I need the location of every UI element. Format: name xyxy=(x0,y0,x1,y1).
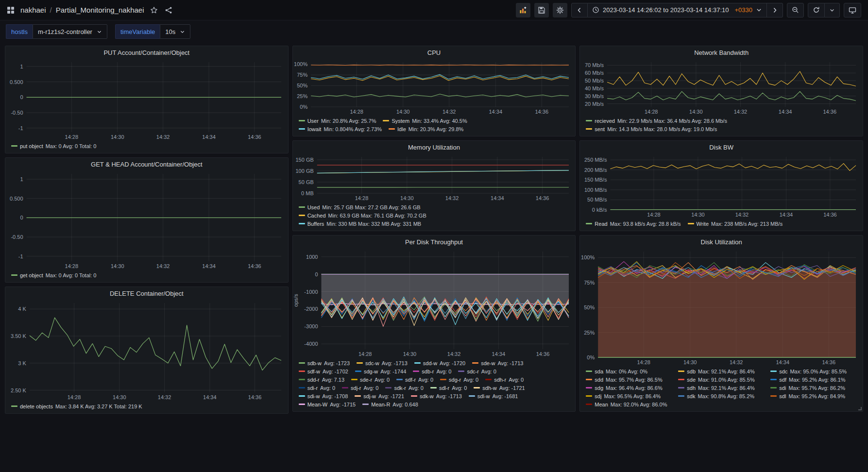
legend-item-sdl[interactable]: sdlMax: 95.2% Avg: 84.9% xyxy=(770,393,856,399)
panel-title[interactable]: Per Disk Throughput xyxy=(293,236,576,248)
chart-per-disk-throughput[interactable]: 14:2814:3014:3214:3414:3610000-1000-2000… xyxy=(293,248,576,358)
dashboard-settings-button[interactable] xyxy=(553,3,567,17)
chart-get-head[interactable]: 14:2814:3014:3214:3414:3610.5000-0.50-1 xyxy=(5,170,288,270)
legend-item-sdd-r[interactable]: sdd-rAvg: 7.13 xyxy=(299,377,344,383)
legend-item-User[interactable]: UserMin: 20.8% Avg: 25.7% xyxy=(299,118,376,124)
panel-title[interactable]: DELETE Container/Object xyxy=(5,287,288,300)
chart-memory[interactable]: 14:2814:3014:3214:3414:36150 GB100 GB50 … xyxy=(293,153,576,202)
chart-canvas[interactable]: 14:2814:3014:3214:3414:36100%75%50%25%0% xyxy=(293,59,576,116)
time-shift-back-button[interactable] xyxy=(571,3,588,17)
legend-item-sdi-w[interactable]: sdi-wAvg: -1708 xyxy=(299,393,348,399)
legend-item-Mean-W[interactable]: Mean-WAvg: -1715 xyxy=(299,402,356,407)
legend-item-Idle[interactable]: IdleMin: 20.3% Avg: 29.8% xyxy=(389,126,463,132)
legend-item-sdh-r[interactable]: sdh-rAvg: 0 xyxy=(485,377,524,383)
legend-item-Write[interactable]: WriteMax: 238 MB/s Avg: 213 MB/s xyxy=(688,221,783,227)
dashboards-grid-icon[interactable] xyxy=(6,5,16,15)
svg-text:14:32: 14:32 xyxy=(443,109,456,115)
panel-title[interactable]: Disk BW xyxy=(580,141,863,153)
legend-item-sdh[interactable]: sdhMax: 92.1% Avg: 86.4% xyxy=(678,385,764,391)
legend-item-sda[interactable]: sdaMax: 0% Avg: 0% xyxy=(586,369,671,374)
svg-text:200 MB/s: 200 MB/s xyxy=(584,167,607,173)
refresh-button[interactable] xyxy=(808,3,825,17)
star-icon[interactable] xyxy=(149,5,159,15)
panel-title[interactable]: Network Bandwidth xyxy=(580,46,863,59)
time-shift-forward-button[interactable] xyxy=(767,3,783,17)
chart-canvas[interactable]: 14:2814:3014:3214:3414:3610.5000-0.50-1 xyxy=(5,170,288,270)
chart-cpu[interactable]: 14:2814:3014:3214:3414:36100%75%50%25%0% xyxy=(293,59,576,116)
legend-item-sde-r[interactable]: sde-rAvg: 0 xyxy=(351,377,390,383)
legend-item-sdc-r[interactable]: sdc-rAvg: 0 xyxy=(458,369,496,374)
legend-item-sdg-r[interactable]: sdg-rAvg: 0 xyxy=(440,377,478,383)
panel-title[interactable]: Disk Utilization xyxy=(580,236,863,248)
legend-item-sde[interactable]: sdeMax: 91.0% Avg: 85.5% xyxy=(678,377,764,383)
chart-canvas[interactable]: 14:2814:3014:3214:3414:36100%75%50%25%0% xyxy=(580,248,863,367)
legend-item-sdg-w[interactable]: sdg-wAvg: -1744 xyxy=(355,369,406,374)
chart-canvas[interactable]: 14:2814:3014:3214:3414:36150 GB100 GB50 … xyxy=(293,153,576,202)
legend-item-sdl-r[interactable]: sdl-rAvg: 0 xyxy=(430,385,467,391)
zoom-out-button[interactable] xyxy=(787,3,804,17)
save-dashboard-button[interactable] xyxy=(534,3,549,17)
panel-title[interactable]: CPU xyxy=(293,46,576,59)
legend-item-sdd[interactable]: sddMax: 95.7% Avg: 86.5% xyxy=(586,377,671,383)
chart-network-bandwidth[interactable]: 14:2814:3014:3214:3414:3670 Mb/s60 Mb/s5… xyxy=(580,59,863,116)
legend-item-Mean-R[interactable]: Mean-RAvg: 0.648 xyxy=(362,402,418,407)
legend-item-sent[interactable]: sentMin: 14.3 Mb/s Max: 28.0 Mb/s Avg: 1… xyxy=(586,126,717,132)
panel-resize-handle[interactable] xyxy=(858,407,862,410)
legend-item-sdj[interactable]: sdjMax: 96.5% Avg: 86.4% xyxy=(586,393,671,399)
chart-canvas[interactable]: 14:2814:3014:3214:3414:364 K3.50 K3 K2.5… xyxy=(5,300,288,402)
legend-item-sdl-w[interactable]: sdl-wAvg: -1681 xyxy=(469,393,518,399)
legend-item-sdc-w[interactable]: sdc-wAvg: -1713 xyxy=(357,360,408,366)
legend-item-sdk-r[interactable]: sdk-rAvg: 0 xyxy=(385,385,423,391)
legend-item-get object[interactable]: get objectMax: 0 Avg: 0 Total: 0 xyxy=(11,272,96,278)
legend-item-sde-w[interactable]: sde-wAvg: -1713 xyxy=(472,360,523,366)
variable-value-hostls[interactable]: m-r1z1s2-controller xyxy=(33,24,107,39)
legend-item-System[interactable]: SystemMin: 33.4% Avg: 40.5% xyxy=(383,118,467,124)
legend-item-Buffers[interactable]: BuffersMin: 330 MB Max: 332 MB Avg: 331 … xyxy=(299,221,422,227)
legend-item-Mean[interactable]: MeanMax: 92.0% Avg: 86.0% xyxy=(586,402,671,407)
chart-canvas[interactable]: 14:2814:3014:3214:3414:3670 Mb/s60 Mb/s5… xyxy=(580,59,863,116)
legend-item-sdf-r[interactable]: sdf-rAvg: 0 xyxy=(396,377,433,383)
add-panel-button[interactable] xyxy=(516,3,530,17)
time-range-picker[interactable]: 2023-03-14 14:26:02 to 2023-03-14 14:37:… xyxy=(588,3,767,17)
series-color-swatch xyxy=(362,404,369,405)
breadcrumb-dashboard[interactable]: Partial_Monitoring_nakhaei xyxy=(56,6,144,14)
legend-item-sdd-w[interactable]: sdd-wAvg: -1720 xyxy=(414,360,465,366)
legend-item-sdc[interactable]: sdcMax: 95.0% Avg: 85.5% xyxy=(770,369,856,374)
refresh-interval-dropdown[interactable] xyxy=(825,3,840,17)
legend-item-Used[interactable]: UsedMin: 25.7 GB Max: 27.2 GB Avg: 26.6 … xyxy=(299,204,421,210)
panel-title[interactable]: GET & HEAD Account/Container/Object xyxy=(5,158,288,170)
share-icon[interactable] xyxy=(164,5,173,15)
legend-item-sdh-w[interactable]: sdh-wAvg: -1721 xyxy=(474,385,525,391)
cycle-view-mode-button[interactable] xyxy=(844,3,861,17)
legend-item-sdf[interactable]: sdfMax: 95.2% Avg: 86.1% xyxy=(770,377,856,383)
chart-canvas[interactable]: 14:2814:3014:3214:3414:36250 MB/s200 MB/… xyxy=(580,153,863,219)
chart-disk-utilization[interactable]: 14:2814:3014:3214:3414:36100%75%50%25%0% xyxy=(580,248,863,367)
legend-item-put object[interactable]: put objectMax: 0 Avg: 0 Total: 0 xyxy=(11,143,96,149)
chart-put[interactable]: 14:2814:3014:3214:3414:3610.5000-0.50-1 xyxy=(5,59,288,141)
legend-item-sdk-w[interactable]: sdk-wAvg: -1713 xyxy=(411,393,462,399)
legend-item-sdi[interactable]: sdiMax: 95.7% Avg: 86.2% xyxy=(770,385,856,391)
chart-canvas[interactable]: 14:2814:3014:3214:3414:3610000-1000-2000… xyxy=(293,248,576,358)
legend-item-sdg[interactable]: sdgMax: 96.4% Avg: 86.6% xyxy=(586,385,671,391)
legend-item-sdb-w[interactable]: sdb-wAvg: -1723 xyxy=(299,360,350,366)
legend-item-sdj-r[interactable]: sdj-rAvg: 0 xyxy=(342,385,378,391)
chart-canvas[interactable]: 14:2814:3014:3214:3414:3610.5000-0.50-1 xyxy=(5,59,288,141)
legend-item-sdf-w[interactable]: sdf-wAvg: -1702 xyxy=(299,369,348,374)
chart-delete[interactable]: 14:2814:3014:3214:3414:364 K3.50 K3 K2.5… xyxy=(5,300,288,402)
legend-item-Read[interactable]: ReadMax: 93.8 kB/s Avg: 28.8 kB/s xyxy=(586,221,681,227)
legend-item-delete objects[interactable]: delete objectsMax: 3.84 K Avg: 3.27 K To… xyxy=(11,404,142,409)
legend-item-Iowait[interactable]: IowaitMin: 0.804% Avg: 2.73% xyxy=(299,126,382,132)
panel-title[interactable]: Memory Utilization xyxy=(293,141,576,153)
variable-value-timevariable[interactable]: 10s xyxy=(160,24,190,39)
legend-item-sdk[interactable]: sdkMax: 90.8% Avg: 85.2% xyxy=(678,393,764,399)
series-color-swatch xyxy=(469,395,475,397)
legend-item-recieved[interactable]: recievedMin: 22.9 Mb/s Max: 36.4 Mb/s Av… xyxy=(586,118,727,124)
legend-item-sdb[interactable]: sdbMax: 92.1% Avg: 86.4% xyxy=(678,369,764,374)
legend-item-sdj-w[interactable]: sdj-wAvg: -1721 xyxy=(355,393,404,399)
legend-item-Cached[interactable]: CachedMin: 63.9 GB Max: 76.1 GB Avg: 70.… xyxy=(299,213,426,219)
legend-item-sdi-r[interactable]: sdi-rAvg: 0 xyxy=(299,385,335,391)
chart-disk-bw[interactable]: 14:2814:3014:3214:3414:36250 MB/s200 MB/… xyxy=(580,153,863,219)
panel-title[interactable]: PUT Account/Container/Object xyxy=(5,46,288,59)
legend-item-sdb-r[interactable]: sdb-rAvg: 0 xyxy=(413,369,451,374)
breadcrumb-folder[interactable]: nakhaei xyxy=(20,6,46,14)
